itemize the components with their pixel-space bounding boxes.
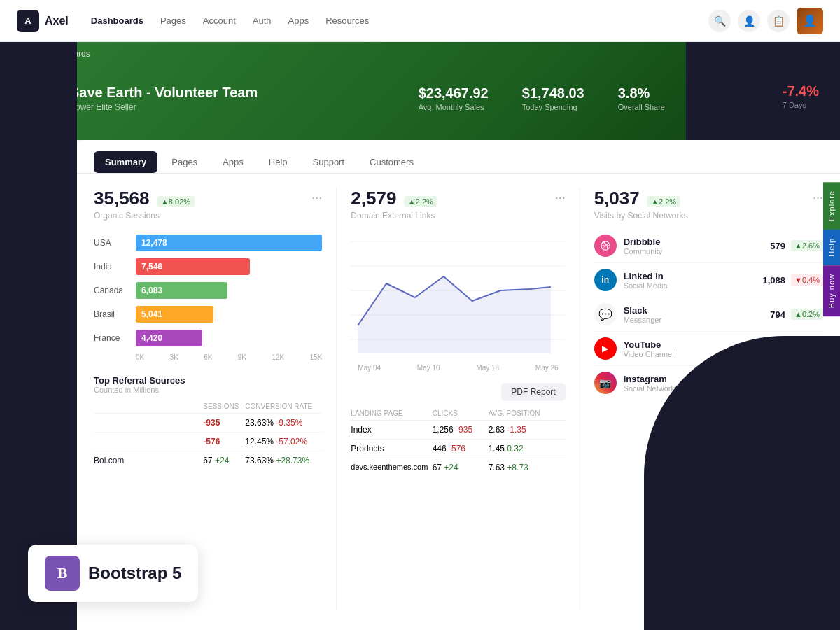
referral-section: Top Referral Sources Counted in Millions…	[94, 375, 322, 470]
bar-row-india: India 7,546	[94, 258, 322, 275]
hero-stat-neg-label: 7 Days	[783, 101, 819, 109]
referral-title: Top Referral Sources	[94, 375, 186, 386]
organic-value: 35,568	[94, 188, 150, 209]
hero-stats: $23,467.92 Avg. Monthly Sales $1,748.03 …	[419, 85, 665, 111]
organic-badge: ▲8.02%	[157, 196, 195, 207]
hero-stat-monthly-sales: $23,467.92 Avg. Monthly Sales	[419, 85, 489, 111]
nav-link-auth[interactable]: Auth	[253, 15, 272, 26]
left-sidebar	[0, 42, 77, 630]
line-chart: 250 212.5 175 137.5 100 May 04 May 10	[351, 227, 565, 372]
hero-stat-value: $23,467.92	[419, 85, 489, 102]
hero-stat-overall-share: 3.8% Overall Share	[618, 85, 665, 111]
hero-stat-value: 3.8%	[618, 85, 665, 102]
social-more-icon[interactable]: ···	[813, 190, 823, 205]
nav-links: Dashboards Pages Account Auth Apps Resou…	[91, 15, 370, 26]
social-item-dribbble: Dribbble Community 579 ▲2.6%	[594, 229, 823, 263]
hero-stat-label: Overall Share	[618, 103, 665, 111]
hero-info: Save Earth - Volunteer Team Power Elite …	[70, 85, 258, 112]
bar-row-canada: Canada 6,083	[94, 282, 322, 299]
explore-button[interactable]: Explore	[823, 182, 840, 230]
help-side-button[interactable]: Help	[823, 230, 840, 265]
brand-name: Axel	[45, 15, 69, 27]
hero-title: Save Earth - Volunteer Team	[70, 85, 258, 101]
domain-links-section: 2,579 ▲2.2% ··· Domain External Links	[337, 188, 580, 610]
nav-link-resources[interactable]: Resources	[326, 15, 369, 26]
search-icon[interactable]: 🔍	[708, 10, 731, 32]
bar-row-usa: USA 12,478	[94, 234, 322, 251]
bootstrap-text: Bootstrap 5	[88, 564, 181, 583]
nav-link-pages[interactable]: Pages	[160, 15, 186, 26]
social-value: 5,037	[594, 188, 640, 209]
hero-stat-label: Today Spending	[522, 103, 584, 111]
social-item-slack: 💬 Slack Messanger 794 ▲0.2%	[594, 298, 823, 332]
nav-right: 🔍 👤 📋 👤	[708, 8, 823, 34]
bootstrap-icon: B	[45, 556, 80, 591]
tab-summary[interactable]: Summary	[94, 151, 158, 173]
settings-icon[interactable]: 📋	[767, 10, 790, 32]
navbar: A Axel Dashboards Pages Account Auth App…	[0, 0, 840, 42]
hero-subtitle: Power Elite Seller	[70, 102, 258, 112]
domain-more-icon[interactable]: ···	[555, 190, 566, 205]
domain-value: 2,579	[351, 188, 396, 209]
bar-row-france: France 4,420	[94, 330, 322, 346]
social-label: Visits by Social Networks	[594, 211, 823, 220]
tab-support[interactable]: Support	[302, 151, 356, 173]
tab-pages[interactable]: Pages	[160, 151, 209, 173]
tab-customers[interactable]: Customers	[358, 151, 425, 173]
referral-subtitle: Counted in Millions	[94, 386, 186, 394]
referral-row-2: -576 12.45% -57.02%	[94, 433, 322, 451]
organic-more-icon[interactable]: ···	[312, 190, 322, 205]
bar-chart: USA 12,478 India 7,546 Canada 6,083 Bras…	[94, 234, 322, 361]
nav-link-account[interactable]: Account	[203, 15, 236, 26]
hero-stat-neg-value: -7.4%	[783, 83, 819, 99]
referral-table-header: SESSIONS CONVERSION RATE	[94, 400, 322, 414]
pages-row-index: Index 1,256 -935 2.63 -1.35	[351, 421, 565, 440]
nav-link-dashboards[interactable]: Dashboards	[91, 15, 144, 26]
referral-row-3: Bol.com 67 +24 73.63% +28.73%	[94, 451, 322, 470]
pdf-report-section: PDF Report LANDING PAGE CLICKS AVG. POSI…	[351, 383, 565, 477]
buy-now-button[interactable]: Buy now	[823, 265, 840, 316]
hero-stat-value: $1,748.03	[522, 85, 584, 102]
hero-stat-last-days: -7.4% 7 Days	[783, 83, 819, 109]
referral-row-1: -935 23.63% -9.35%	[94, 414, 322, 433]
pages-table-header: LANDING PAGE CLICKS AVG. POSITION	[351, 407, 565, 421]
side-buttons: Explore Help Buy now	[823, 182, 840, 316]
notifications-icon[interactable]: 👤	[738, 10, 760, 32]
pdf-report-button[interactable]: PDF Report	[501, 383, 565, 401]
bootstrap-badge: B Bootstrap 5	[28, 545, 198, 602]
tab-help[interactable]: Help	[258, 151, 299, 173]
tab-apps[interactable]: Apps	[211, 151, 255, 173]
pages-row-devs: devs.keenthemes.com 67 +24 7.63 +8.73	[351, 458, 565, 477]
brand-icon: A	[17, 10, 39, 32]
tab-bar: Summary Pages Apps Help Support Customer…	[77, 140, 840, 174]
hero-stat-today-spending: $1,748.03 Today Spending	[522, 85, 584, 111]
domain-label: Domain External Links	[351, 211, 565, 220]
nav-link-apps[interactable]: Apps	[288, 15, 309, 26]
social-badge: ▲2.2%	[647, 196, 680, 207]
domain-badge: ▲2.2%	[404, 196, 438, 207]
nav-brand[interactable]: A Axel	[17, 10, 69, 32]
hero-stat-label: Avg. Monthly Sales	[419, 103, 489, 111]
bar-row-brasil: Brasil 5,041	[94, 306, 322, 323]
hero-banner: 🏠 > Dashboards Save Earth - Volunteer Te…	[0, 42, 840, 140]
user-avatar[interactable]: 👤	[797, 8, 823, 34]
pages-row-products: Products 446 -576 1.45 0.32	[351, 440, 565, 458]
social-item-linkedin: in Linked In Social Media 1,088 ▼0.4%	[594, 263, 823, 298]
organic-label: Organic Sessions	[94, 211, 322, 220]
